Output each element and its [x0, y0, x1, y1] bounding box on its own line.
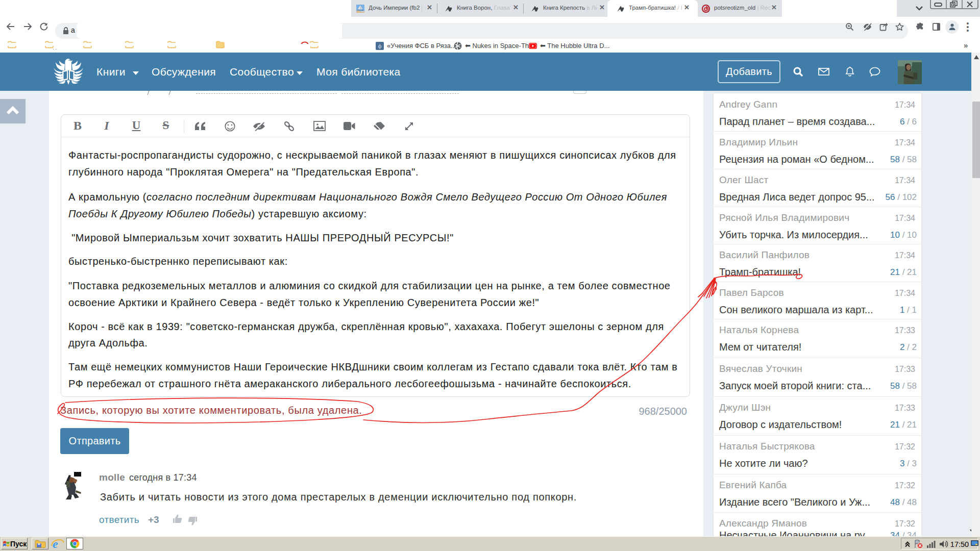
svg-text:ф: ф: [378, 43, 381, 49]
